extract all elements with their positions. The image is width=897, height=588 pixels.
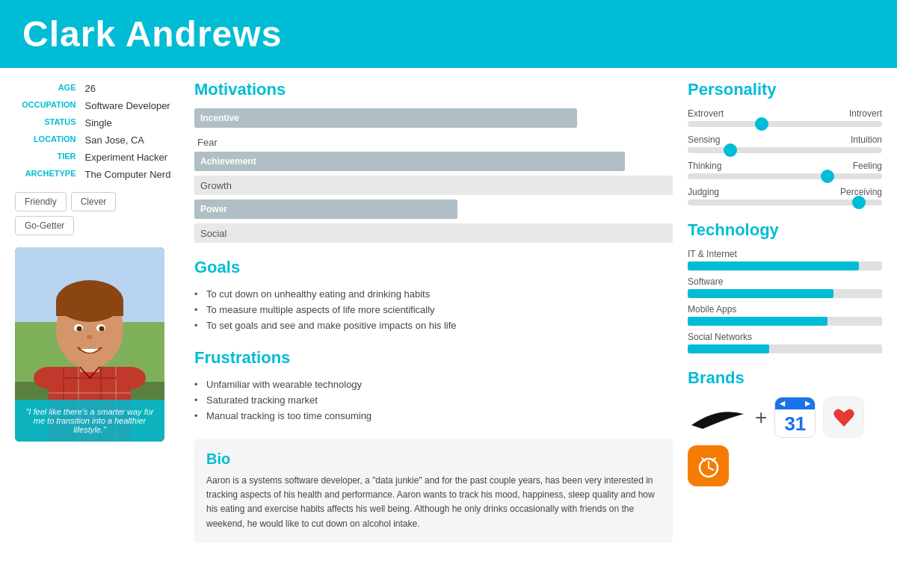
tech-fill-mobile <box>688 317 827 326</box>
personality-label-intuition: Intuition <box>851 134 882 145</box>
goal-item: To measure multiple aspects of life more… <box>194 302 673 318</box>
svg-point-9 <box>99 327 105 332</box>
profile-tier-row: TIER Experiment Hacker <box>15 149 179 166</box>
technology-section: Technology IT & Internet Software Mobile… <box>688 220 882 353</box>
photo-caption: "I feel like there's a smarter way for m… <box>15 400 164 442</box>
goals-section: Goals To cut down on unhealthy eating an… <box>194 258 673 333</box>
personality-label-sensing: Sensing <box>688 134 720 145</box>
personality-thumb-ei <box>755 117 768 131</box>
personality-label-judging: Judging <box>688 187 719 197</box>
personality-title: Personality <box>688 80 882 99</box>
bio-title: Bio <box>206 451 661 468</box>
tier-label: TIER <box>15 149 82 166</box>
tech-fill-software <box>688 289 833 298</box>
goals-list: To cut down on unhealthy eating and drin… <box>194 286 673 333</box>
brands-section: Brands + ◀ ▶ 31 <box>688 368 882 486</box>
profile-archetype-row: ARCHETYPE The Computer Nerd <box>15 166 179 183</box>
trait-gogetter: Go-Getter <box>15 216 74 235</box>
personality-thumb-si <box>724 143 737 157</box>
personality-track-jp <box>688 199 882 205</box>
archetype-value: The Computer Nerd <box>82 166 179 183</box>
bio-text: Aaron is a systems software developer, a… <box>206 474 661 531</box>
profile-occupation-row: OCCUPATION Software Developer <box>15 97 179 114</box>
profile-info: AGE 26 OCCUPATION Software Developer STA… <box>15 80 179 183</box>
tech-label-mobile: Mobile Apps <box>688 304 882 315</box>
tech-label-social: Social Networks <box>688 332 882 342</box>
location-value: San Jose, CA <box>82 131 179 149</box>
brand-health-icon <box>823 397 864 438</box>
svg-point-10 <box>87 335 93 339</box>
svg-point-20 <box>34 367 64 389</box>
motivations-title: Motivations <box>194 80 673 99</box>
svg-rect-5 <box>56 301 123 316</box>
frustrations-title: Frustrations <box>194 348 673 368</box>
tech-track-social <box>688 344 882 353</box>
profile-photo: "I feel like there's a smarter way for m… <box>15 247 164 442</box>
tech-label-it: IT & Internet <box>688 249 882 259</box>
profile-status-row: STATUS Single <box>15 114 179 131</box>
personality-row-si: Sensing Intuition <box>688 134 882 153</box>
right-column: Personality Extrovert Introvert Sensing … <box>688 80 882 543</box>
motivation-growth: Growth <box>194 176 673 195</box>
middle-column: Motivations Incentive Fear Achievement <box>194 80 673 543</box>
motivation-power: Power <box>194 199 673 219</box>
tech-track-software <box>688 289 882 298</box>
brand-plus-icon: + <box>755 406 767 430</box>
tech-fill-social <box>688 344 769 353</box>
frustrations-section: Frustrations Unfamiliar with wearable te… <box>194 348 673 424</box>
status-value: Single <box>82 114 179 131</box>
tech-item-it: IT & Internet <box>688 249 882 270</box>
occupation-value: Software Developer <box>82 97 179 114</box>
svg-line-24 <box>709 468 713 470</box>
tech-label-software: Software <box>688 276 882 287</box>
brands-icons: + ◀ ▶ 31 <box>688 397 882 486</box>
personality-label-feeling: Feeling <box>853 161 882 171</box>
brand-nike-icon <box>688 403 748 433</box>
page-title: Clark Andrews <box>22 13 875 55</box>
frustration-item: Unfamiliar with wearable technology <box>194 377 673 392</box>
motivations-section: Motivations Incentive Fear Achievement <box>194 80 673 243</box>
personality-thumb-tf <box>821 170 834 183</box>
tech-track-mobile <box>688 317 882 326</box>
age-value: 26 <box>82 80 179 97</box>
personality-track-tf <box>688 173 882 179</box>
personality-thumb-jp <box>852 196 866 209</box>
svg-point-21 <box>116 367 146 389</box>
brand-alarm-icon <box>688 445 729 486</box>
personality-label-extrovert: Extrovert <box>688 108 724 119</box>
occupation-label: OCCUPATION <box>15 97 82 114</box>
frustration-item: Saturated tracking market <box>194 392 673 408</box>
tech-item-mobile: Mobile Apps <box>688 304 882 326</box>
personality-row-jp: Judging Perceiving <box>688 187 882 205</box>
traits-list: Friendly Clever Go-Getter <box>15 192 179 235</box>
trait-clever: Clever <box>71 192 117 211</box>
personality-track-ei <box>688 121 882 127</box>
bio-section: Bio Aaron is a systems software develope… <box>194 439 673 543</box>
personality-label-introvert: Introvert <box>849 108 882 119</box>
motivation-incentive: Incentive <box>194 108 673 128</box>
left-column: AGE 26 OCCUPATION Software Developer STA… <box>15 80 179 543</box>
tech-track-it <box>688 261 882 270</box>
goal-item: To cut down on unhealthy eating and drin… <box>194 286 673 302</box>
frustrations-list: Unfamiliar with wearable technology Satu… <box>194 377 673 424</box>
location-label: LOCATION <box>15 131 82 149</box>
personality-section: Personality Extrovert Introvert Sensing … <box>688 80 882 205</box>
personality-row-tf: Thinking Feeling <box>688 161 882 179</box>
tech-item-social: Social Networks <box>688 332 882 353</box>
technology-title: Technology <box>688 220 882 240</box>
archetype-label: ARCHETYPE <box>15 166 82 183</box>
goals-title: Goals <box>194 258 673 277</box>
profile-age-row: AGE 26 <box>15 80 179 97</box>
tech-item-software: Software <box>688 276 882 298</box>
status-label: STATUS <box>15 114 82 131</box>
frustration-item: Manual tracking is too time consuming <box>194 408 673 424</box>
brands-title: Brands <box>688 368 882 388</box>
personality-row-ei: Extrovert Introvert <box>688 108 882 127</box>
motivations-bars: Incentive Fear Achievement Growth <box>194 108 673 243</box>
age-label: AGE <box>15 80 82 97</box>
tier-value: Experiment Hacker <box>82 149 179 166</box>
personality-track-si <box>688 147 882 153</box>
brand-calendar-icon: ◀ ▶ 31 <box>774 397 816 438</box>
tech-fill-it <box>688 261 859 270</box>
profile-location-row: LOCATION San Jose, CA <box>15 131 179 149</box>
